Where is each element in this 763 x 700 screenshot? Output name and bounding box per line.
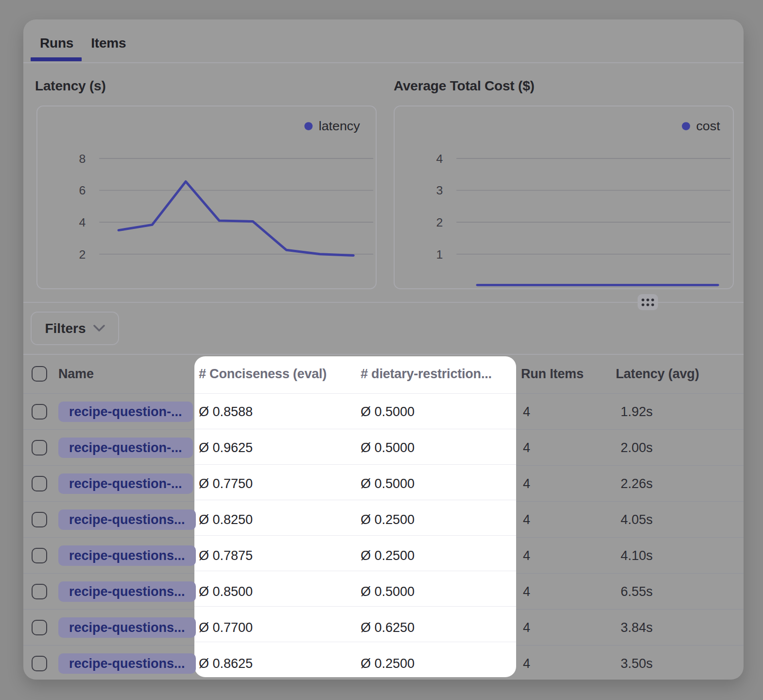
spotlight-row-separator (194, 535, 516, 536)
run-name-link[interactable]: recipe-question-... (58, 473, 193, 494)
run-items-value: 4 (523, 548, 530, 563)
cost-chart-title: Average Total Cost ($) (394, 78, 535, 94)
drag-dots-icon (642, 298, 654, 306)
svg-text:6: 6 (79, 184, 86, 197)
svg-text:2: 2 (436, 216, 443, 229)
run-name-link[interactable]: recipe-questions... (58, 653, 196, 674)
dietary-restriction-value: Ø 0.5000 (361, 584, 415, 599)
spotlight-row-separator (194, 464, 516, 465)
filters-button-label: Filters (45, 321, 86, 336)
latency-chart: 8642latency (37, 106, 376, 288)
row-checkbox[interactable] (32, 656, 47, 671)
tab-bar: Runs Items (40, 31, 126, 55)
svg-text:4: 4 (79, 216, 86, 229)
latency-chart-title: Latency (s) (35, 78, 106, 94)
latency-avg-value: 3.84s (621, 620, 653, 635)
row-checkbox[interactable] (32, 620, 47, 635)
spotlight-row-separator (194, 429, 516, 430)
run-name-link[interactable]: recipe-questions... (58, 545, 196, 566)
dietary-restriction-value: Ø 0.2500 (361, 656, 415, 671)
chevron-down-icon (93, 325, 105, 332)
latency-avg-value: 2.00s (621, 440, 653, 455)
column-header-name: Name (58, 366, 94, 381)
run-name-link[interactable]: recipe-questions... (58, 617, 196, 638)
dietary-restriction-value: Ø 0.5000 (361, 404, 415, 419)
page-background: { "tabs": [ {"label": "Runs", "active": … (0, 0, 763, 700)
svg-text:3: 3 (436, 184, 443, 197)
conciseness-value: Ø 0.8625 (199, 656, 253, 671)
column-header-dietary-restriction: # dietary-restriction... (361, 366, 492, 381)
dietary-restriction-value: Ø 0.2500 (361, 548, 415, 563)
row-checkbox[interactable] (32, 548, 47, 563)
column-header-conciseness: # Conciseness (eval) (199, 366, 327, 381)
conciseness-value: Ø 0.9625 (199, 440, 253, 455)
cost-chart: 4321cost (395, 106, 733, 288)
dietary-restriction-value: Ø 0.5000 (361, 476, 415, 491)
column-header-run-items: Run Items (521, 366, 584, 381)
svg-text:cost: cost (696, 119, 720, 134)
dietary-restriction-value: Ø 0.5000 (361, 440, 415, 455)
conciseness-value: Ø 0.7875 (199, 548, 253, 563)
row-checkbox[interactable] (32, 404, 47, 420)
main-card: Runs Items Latency (s) Average Total Cos… (23, 19, 744, 680)
latency-avg-value: 3.50s (621, 656, 653, 671)
row-checkbox[interactable] (32, 476, 47, 491)
svg-text:latency: latency (319, 119, 361, 134)
latency-avg-value: 4.05s (621, 512, 653, 527)
dietary-restriction-value: Ø 0.6250 (361, 620, 415, 635)
run-items-value: 4 (523, 584, 530, 599)
svg-text:1: 1 (436, 248, 443, 261)
latency-avg-value: 2.26s (621, 476, 653, 491)
charts-section-divider (23, 302, 744, 303)
tab-runs[interactable]: Runs (40, 31, 73, 55)
latency-chart-card: 8642latency (36, 105, 377, 289)
spotlight-row-separator (194, 393, 516, 394)
tab-items[interactable]: Items (91, 31, 126, 55)
latency-avg-value: 1.92s (621, 404, 653, 419)
svg-text:4: 4 (436, 152, 443, 165)
spotlight-row-separator (194, 642, 516, 643)
tabs-divider (23, 62, 744, 63)
conciseness-value: Ø 0.8250 (199, 512, 253, 527)
spotlight-row-separator (194, 606, 516, 607)
dietary-restriction-value: Ø 0.2500 (361, 512, 415, 527)
run-name-link[interactable]: recipe-question-... (58, 438, 193, 458)
run-items-value: 4 (523, 512, 530, 527)
active-tab-underline (31, 57, 82, 61)
run-items-value: 4 (523, 404, 530, 419)
filters-button[interactable]: Filters (31, 312, 119, 345)
svg-text:2: 2 (79, 248, 86, 261)
spotlight-row-separator (194, 571, 516, 572)
header-checkbox[interactable] (32, 366, 47, 382)
run-items-value: 4 (523, 656, 530, 671)
run-name-link[interactable]: recipe-questions... (58, 581, 196, 602)
spotlight-row-separator (194, 500, 516, 501)
cost-chart-card: 4321cost (394, 105, 734, 289)
drag-handle[interactable] (638, 294, 658, 310)
latency-avg-value: 4.10s (621, 548, 653, 563)
run-items-value: 4 (523, 440, 530, 455)
column-header-latency-avg: Latency (avg) (616, 366, 699, 381)
run-name-link[interactable]: recipe-questions... (58, 509, 196, 530)
row-checkbox[interactable] (32, 512, 47, 527)
run-items-value: 4 (523, 620, 530, 635)
run-items-value: 4 (523, 476, 530, 491)
conciseness-value: Ø 0.8588 (199, 404, 253, 419)
conciseness-value: Ø 0.8500 (199, 584, 253, 599)
conciseness-value: Ø 0.7750 (199, 476, 253, 491)
run-name-link[interactable]: recipe-question-... (58, 402, 193, 422)
latency-avg-value: 6.55s (621, 584, 653, 599)
conciseness-value: Ø 0.7700 (199, 620, 253, 635)
row-checkbox[interactable] (32, 440, 47, 455)
svg-text:8: 8 (79, 152, 86, 165)
row-checkbox[interactable] (32, 584, 47, 599)
